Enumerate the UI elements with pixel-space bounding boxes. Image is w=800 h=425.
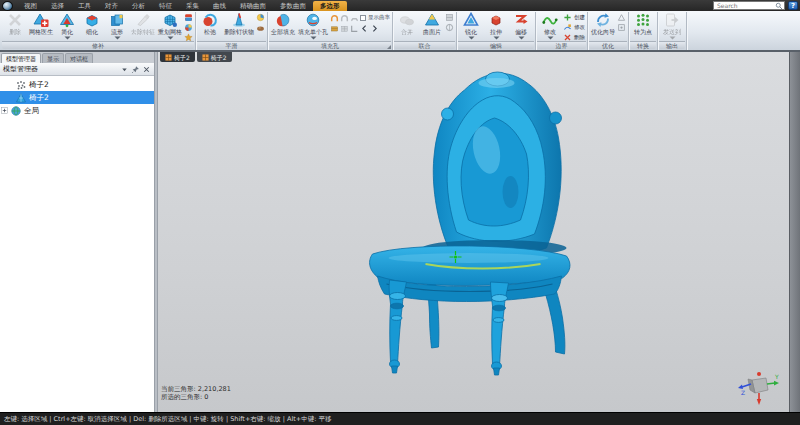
menu-tab-6[interactable]: 采集 <box>179 1 206 11</box>
b-modify-icon[interactable] <box>563 23 572 32</box>
dialog-launcher-icon[interactable] <box>387 45 391 49</box>
hole-nav-buttons <box>360 24 390 32</box>
ribbon-button-4-1[interactable]: 拉伸 <box>484 12 508 40</box>
status-bar: 左键: 选择区域 | Ctrl+左键: 取消选择区域 | Del: 删除所选区域… <box>0 412 800 425</box>
panel-tab-1[interactable]: 显示 <box>42 53 64 63</box>
dropdown-arrow-icon[interactable] <box>669 36 676 40</box>
close-icon[interactable] <box>142 65 151 74</box>
menu-tab-7[interactable]: 曲线 <box>206 1 233 11</box>
ribbon-group-label: 编辑 <box>458 41 534 49</box>
dropdown-arrow-icon[interactable] <box>310 36 317 40</box>
viewport-tab-1[interactable]: 椅子2 <box>197 52 232 62</box>
arch-c-icon[interactable] <box>350 14 359 23</box>
ribbon-button-label: 网格医生 <box>29 29 53 35</box>
dropdown-arrow-icon[interactable] <box>493 36 500 40</box>
menu-tab-0[interactable]: 视图 <box>17 1 44 11</box>
small-gray3-icon[interactable] <box>617 13 626 22</box>
tree-item-2[interactable]: 全局 <box>0 104 154 117</box>
ribbon-button-1-1[interactable]: 删除钉状物 <box>223 12 255 35</box>
right-edge-strip <box>789 52 800 412</box>
menu-tab-10[interactable]: 多边形 <box>313 1 347 11</box>
menu-tab-5[interactable]: 特征 <box>152 1 179 11</box>
arch-d-icon[interactable] <box>330 24 339 33</box>
ribbon-button-0-1[interactable]: 网格医生 <box>28 12 54 35</box>
ribbon-button-3-1[interactable]: 曲面片 <box>420 12 444 35</box>
ribbon-button-label: 细化 <box>86 29 98 35</box>
small-palette-icon[interactable] <box>184 23 193 32</box>
search-icon[interactable] <box>775 2 783 10</box>
arch-f-icon[interactable] <box>350 24 359 33</box>
checkbox-box[interactable] <box>360 15 366 21</box>
viewport-3d[interactable]: 椅子2椅子2 <box>158 52 789 412</box>
help-button[interactable]: ? <box>788 1 798 10</box>
ribbon-button-8-0: 发送到 <box>660 12 684 40</box>
dropdown-arrow-icon[interactable] <box>64 36 71 40</box>
ribbon-button-7-0[interactable]: 转为点 <box>631 12 655 35</box>
ribbon-small-row[interactable]: 创建 <box>563 13 585 22</box>
menu-tab-2[interactable]: 工具 <box>71 1 98 11</box>
menu-tab-9[interactable]: 参数曲面 <box>273 1 313 11</box>
caret-down-icon[interactable] <box>120 65 129 74</box>
dropdown-arrow-icon[interactable] <box>518 36 525 40</box>
ribbon-button-0-2[interactable]: 简化 <box>55 12 79 40</box>
ribbon-button-0-4[interactable]: 流形 <box>105 12 129 40</box>
ribbon-button-5-0[interactable]: 修改 <box>538 12 562 40</box>
blob-icon[interactable] <box>256 23 265 32</box>
menu-tab-4[interactable]: 分析 <box>125 1 152 11</box>
chair-model-mesh[interactable] <box>158 52 789 412</box>
dropdown-arrow-icon[interactable] <box>468 36 475 40</box>
fill-mode-cluster <box>330 12 359 33</box>
ribbon-button-label: 删除 <box>9 29 21 35</box>
pie-icon[interactable] <box>256 13 265 22</box>
small-red-icon[interactable] <box>184 13 193 22</box>
tree-item-0[interactable]: 椅子2 <box>0 78 154 91</box>
dropdown-arrow-icon[interactable] <box>547 36 554 40</box>
app-logo-orb[interactable] <box>2 1 13 11</box>
small-gray1-icon[interactable] <box>445 13 454 22</box>
chair-front-left-leg[interactable] <box>389 280 406 373</box>
small-gray4-icon[interactable] <box>617 23 626 32</box>
ribbon-group-7: 转为点转换 <box>629 12 658 50</box>
ribbon-button-6-0[interactable]: 优化向导 <box>590 12 616 35</box>
panel-tab-2[interactable]: 对话框 <box>65 53 93 63</box>
arch-b-icon[interactable] <box>340 14 349 23</box>
menu-tab-1[interactable]: 选择 <box>44 1 71 11</box>
tree-item-1[interactable]: 椅子2 <box>0 91 154 104</box>
menu-tab-8[interactable]: 精确曲面 <box>233 1 273 11</box>
panel-tab-0[interactable]: 模型管理器 <box>1 53 41 63</box>
ribbon-button-4-2[interactable]: 偏移 <box>509 12 533 40</box>
fill-all-icon <box>275 12 291 28</box>
ribbon-button-2-1[interactable]: 填充单个孔 <box>297 12 329 40</box>
chair-front-right-leg[interactable] <box>491 282 509 375</box>
pin-icon[interactable] <box>131 65 140 74</box>
orientation-triad[interactable]: Z Y <box>737 368 781 406</box>
ribbon-button-label: 全部填充 <box>271 29 295 35</box>
chair-seat[interactable] <box>370 246 570 286</box>
ribbon-small-row[interactable]: 修改 <box>563 23 585 32</box>
send-to-icon <box>664 12 680 28</box>
ribbon-button-0-3[interactable]: 细化 <box>80 12 104 35</box>
arch-e-icon[interactable] <box>340 24 349 33</box>
search-box[interactable] <box>713 1 785 10</box>
menu-tab-3[interactable]: 对齐 <box>98 1 125 11</box>
ribbon-button-2-0[interactable]: 全部填充 <box>270 12 296 35</box>
ribbon-button-0-6[interactable]: 重划网格 <box>157 12 183 40</box>
search-input[interactable] <box>717 2 775 9</box>
dropdown-arrow-icon[interactable] <box>114 36 121 40</box>
ribbon-button-4-0[interactable]: 锐化 <box>459 12 483 40</box>
ribbon-small-column-1-0 <box>256 12 265 32</box>
b-create-icon[interactable] <box>563 13 572 22</box>
small-gray2-icon[interactable] <box>445 23 454 32</box>
chev-left-icon[interactable] <box>360 24 368 32</box>
chev-right-icon[interactable] <box>370 24 378 32</box>
ribbon-group-label: 转换 <box>630 41 656 49</box>
ribbon-small-label: 修改 <box>574 24 585 31</box>
dropdown-arrow-icon[interactable] <box>167 36 174 40</box>
viewport-tab-0[interactable]: 椅子2 <box>160 52 195 62</box>
arch-a-icon[interactable] <box>330 14 339 23</box>
ribbon-group-content-0: 删除网格医生简化细化流形去除特征重划网格 <box>3 12 193 42</box>
expander-icon[interactable] <box>1 107 8 114</box>
show-curvature-checkbox[interactable]: 显示曲率 <box>360 14 390 21</box>
mesh-doctor-icon <box>33 12 49 28</box>
ribbon-button-1-0[interactable]: 松弛 <box>198 12 222 35</box>
